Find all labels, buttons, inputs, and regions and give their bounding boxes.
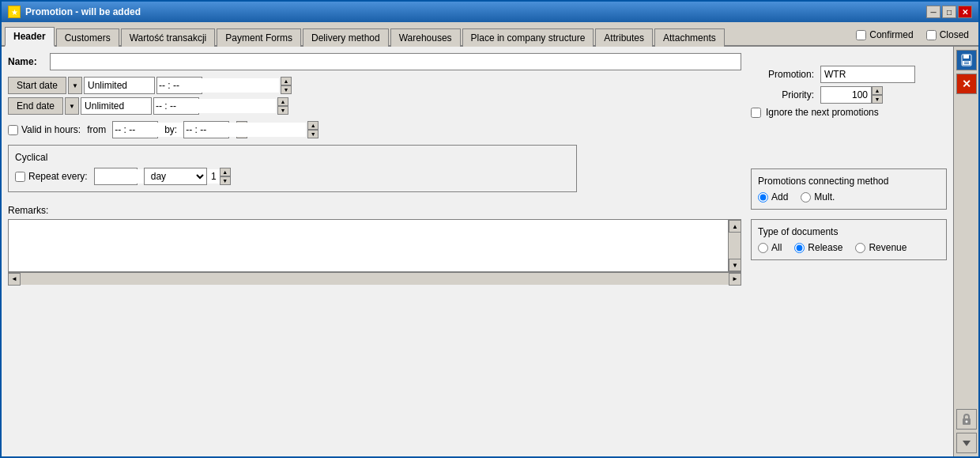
release-label: Release — [808, 242, 842, 253]
dates-section: Start date ▼ ▲ ▼ — [8, 77, 741, 115]
end-time-field: ▲ ▼ — [153, 97, 199, 115]
start-time-input[interactable] — [157, 78, 279, 93]
cyclical-section: Cyclical Repeat every: ▲ ▼ — [8, 145, 577, 192]
end-time-up[interactable]: ▲ — [277, 97, 288, 106]
start-time-down[interactable]: ▼ — [281, 85, 292, 94]
remarks-label: Remarks: — [8, 205, 741, 216]
ignore-checkbox[interactable] — [751, 108, 761, 118]
valid-by-input[interactable] — [184, 123, 306, 137]
closed-checkbox-label[interactable]: Closed — [926, 29, 969, 40]
tab-header[interactable]: Header — [5, 27, 55, 47]
revenue-radio[interactable] — [855, 243, 865, 253]
name-label: Name: — [8, 56, 43, 67]
svg-rect-3 — [964, 62, 969, 62]
tab-place[interactable]: Place in company structure — [462, 28, 594, 47]
closed-checkbox[interactable] — [926, 30, 937, 40]
release-radio-label[interactable]: Release — [794, 242, 842, 253]
connecting-method-box: Promotions connecting method Add Mult. — [751, 168, 947, 210]
repeat-number-input: ▲ ▼ — [94, 168, 138, 185]
start-date-field[interactable] — [84, 77, 155, 94]
mult-radio-label[interactable]: Mult. — [801, 191, 835, 203]
valid-hours-checkbox-label[interactable]: Valid in hours: — [8, 124, 81, 135]
valid-by-field: ▲ ▼ — [183, 121, 229, 138]
tabs-bar: Header Customers Wartość transakcji Paym… — [2, 22, 978, 47]
revenue-label: Revenue — [869, 242, 906, 253]
tab-attributes[interactable]: Attributes — [595, 28, 653, 47]
repeat-checkbox-label[interactable]: Repeat every: — [15, 171, 88, 182]
left-panel: Name: Start date ▼ — [2, 47, 748, 456]
hscroll-right[interactable]: ► — [729, 273, 741, 286]
promotion-input[interactable] — [820, 66, 915, 83]
priority-down[interactable]: ▼ — [872, 95, 883, 104]
tab-wartosc[interactable]: Wartość transakcji — [121, 28, 216, 47]
end-date-field[interactable] — [81, 97, 152, 115]
valid-by-up[interactable]: ▲ — [307, 121, 318, 130]
confirmed-checkbox[interactable] — [856, 30, 866, 40]
remarks-container: ▲ ▼ — [8, 219, 741, 272]
right-toolbar: ✕ — [953, 47, 978, 456]
priority-spin: ▲ ▼ — [872, 86, 883, 104]
repeat-up[interactable]: ▲ — [220, 168, 231, 176]
end-date-dropdown[interactable]: ▼ — [65, 97, 79, 115]
maximize-button[interactable]: □ — [942, 6, 956, 18]
start-time-up[interactable]: ▲ — [281, 77, 292, 85]
start-date-dropdown[interactable]: ▼ — [68, 77, 82, 94]
repeat-down[interactable]: ▼ — [220, 176, 231, 185]
revenue-radio-label[interactable]: Revenue — [855, 242, 906, 253]
remarks-textarea[interactable] — [9, 220, 728, 271]
all-radio-label[interactable]: All — [758, 242, 782, 253]
main-window: ★ Promotion - will be added ─ □ ✕ Header… — [0, 0, 980, 458]
add-radio-label[interactable]: Add — [758, 191, 788, 203]
tab-attachments[interactable]: Attachments — [654, 28, 725, 47]
mult-label: Mult. — [814, 191, 835, 203]
all-label: All — [771, 242, 782, 253]
add-radio[interactable] — [758, 192, 768, 203]
priority-up[interactable]: ▲ — [872, 86, 883, 95]
release-radio[interactable] — [794, 243, 805, 253]
hscroll-track — [21, 273, 729, 285]
delete-button[interactable]: ✕ — [956, 74, 977, 94]
valid-hours-checkbox[interactable] — [8, 125, 18, 135]
day-dropdown[interactable]: day week month — [144, 168, 207, 185]
name-input[interactable] — [50, 53, 741, 70]
priority-label: Priority: — [751, 89, 814, 100]
content-wrapper: Name: Start date ▼ — [2, 47, 953, 456]
promotion-label: Promotion: — [751, 69, 814, 80]
tab-delivery[interactable]: Delivery method — [303, 28, 389, 47]
end-date-row: End date ▼ ▲ ▼ — [8, 97, 202, 115]
start-date-button[interactable]: Start date — [8, 77, 66, 94]
name-row: Name: — [8, 53, 741, 70]
side-panel: Promotion: Priority: ▲ ▼ — [748, 47, 953, 456]
tab-customers[interactable]: Customers — [56, 28, 119, 47]
hscroll-left[interactable]: ◄ — [8, 273, 21, 286]
end-date-button[interactable]: End date — [8, 97, 63, 115]
valid-by-down[interactable]: ▼ — [307, 130, 318, 138]
remarks-scroll-up[interactable]: ▲ — [729, 220, 741, 233]
tab-right-section: Confirmed Closed — [856, 29, 975, 45]
end-time-spin: ▲ ▼ — [277, 97, 288, 115]
remarks-scroll-down[interactable]: ▼ — [729, 259, 741, 271]
arrow-down-button[interactable] — [956, 433, 977, 453]
lock-button[interactable] — [956, 409, 977, 430]
tab-warehouses[interactable]: Warehouses — [390, 28, 461, 47]
promotion-row: Promotion: — [751, 66, 947, 83]
save-button[interactable] — [956, 50, 977, 70]
mult-radio[interactable] — [801, 192, 811, 203]
close-button[interactable]: ✕ — [958, 6, 972, 18]
svg-point-6 — [965, 421, 967, 423]
confirmed-checkbox-label[interactable]: Confirmed — [856, 29, 913, 40]
all-radio[interactable] — [758, 243, 768, 253]
remarks-hscrollbar: ◄ ► — [8, 272, 741, 285]
start-date-row: Start date ▼ ▲ ▼ — [8, 77, 202, 94]
repeat-checkbox[interactable] — [15, 172, 25, 182]
main-content: Name: Start date ▼ — [2, 47, 978, 456]
remarks-section: Remarks: ▲ ▼ ◄ ► — [8, 205, 741, 285]
start-time-spin: ▲ ▼ — [281, 77, 292, 94]
end-time-input[interactable] — [154, 99, 276, 113]
minimize-button[interactable]: ─ — [926, 6, 940, 18]
end-time-down[interactable]: ▼ — [277, 106, 288, 115]
tab-payment[interactable]: Payment Forms — [217, 28, 301, 47]
cyclical-row: Repeat every: ▲ ▼ day week mo — [15, 168, 570, 185]
remarks-vscrollbar: ▲ ▼ — [728, 220, 741, 271]
priority-input[interactable] — [820, 86, 872, 104]
